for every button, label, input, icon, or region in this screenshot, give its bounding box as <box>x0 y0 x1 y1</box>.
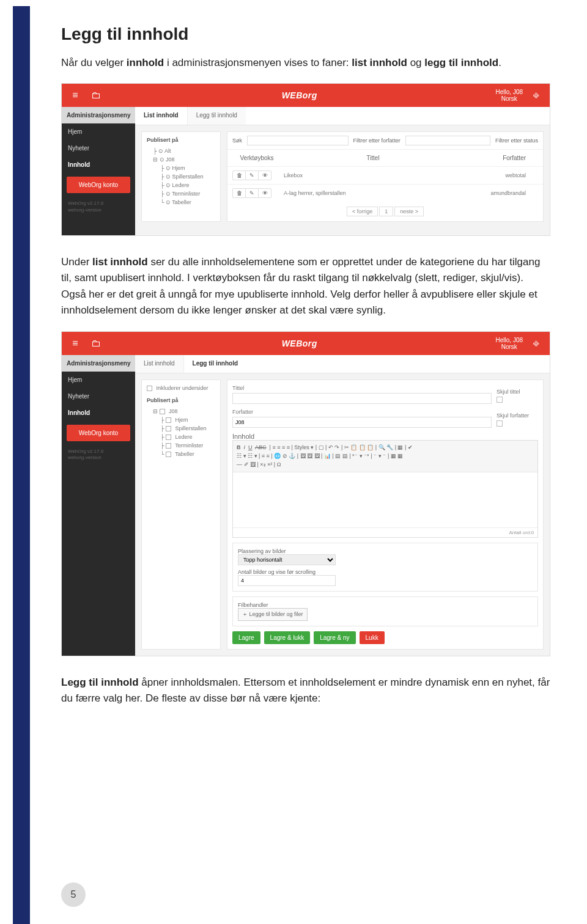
tree-node-spillerstallen[interactable]: ├ ⊙ Spillerstallen <box>147 172 215 181</box>
cancel-button[interactable]: Lukk <box>360 631 385 644</box>
row-title: A-lag herrer, spillerstallen <box>271 190 465 196</box>
sidebar-item-nyheter[interactable]: Nyheter <box>62 388 135 405</box>
delete-icon[interactable]: 🗑 <box>233 189 245 197</box>
search-input[interactable] <box>247 136 349 145</box>
hamburger-icon[interactable]: ≡ <box>68 88 83 103</box>
include-subpages-label: Inkluderer undersider <box>157 385 209 391</box>
intro-paragraph: Når du velger innhold i administrasjonsm… <box>61 55 550 71</box>
doc-accent-bar <box>13 6 30 924</box>
tab-legg-til-innhold[interactable]: Legg til innhold <box>187 107 246 125</box>
app-topbar: ≡ 🗀 WEBorg Hello, J08Norsk ⎆ <box>62 332 550 355</box>
title-input[interactable] <box>232 393 492 404</box>
admin-sidebar: Administrasjonsmeny Hjem Nyheter Innhold… <box>62 107 135 235</box>
author-input[interactable] <box>232 417 492 428</box>
hide-title-label: Skjul tittel <box>497 389 538 395</box>
placement-select[interactable]: Topp horisontalt <box>238 554 336 565</box>
pager-next[interactable]: neste > <box>394 207 424 216</box>
sidebar-version: WebOrg v2.17.0weborg-version <box>62 197 135 217</box>
tab-list-innhold[interactable]: List innhold <box>135 355 183 373</box>
tree-node-ledere[interactable]: ├ ⊙ Ledere <box>147 181 215 189</box>
screenshot-legg-til-innhold: ≡ 🗀 WEBorg Hello, J08Norsk ⎆ Administras… <box>61 331 550 656</box>
col-author: Forfatter <box>465 155 538 161</box>
row-tools: 🗑 ✎ 👁 <box>232 188 271 198</box>
sidebar-header: Administrasjonsmeny <box>62 355 135 372</box>
tab-legg-til-innhold[interactable]: Legg til innhold <box>183 355 246 373</box>
tree-node-alt[interactable]: ├ ⊙ Alt <box>147 147 215 155</box>
content-list: Søk Filtrer etter forfatter Filtrer ette… <box>227 131 544 222</box>
add-files-button[interactable]: ＋ Legge til bilder og filer <box>238 608 308 621</box>
doc-left-margin <box>0 0 43 924</box>
tree-node-terminlister[interactable]: ├ ⊙ Terminlister <box>147 189 215 198</box>
tree-node-tabeller[interactable]: └ Tabeller <box>147 450 215 458</box>
edit-icon[interactable]: ✎ <box>245 171 258 180</box>
sidebar-item-innhold[interactable]: Innhold <box>62 156 135 173</box>
category-tree: Publisert på ├ ⊙ Alt ⊟ ⊙ J08 ├ ⊙ Hjem ├ … <box>141 131 221 222</box>
app-topbar: ≡ 🗀 WEBorg Hello, J08Norsk ⎆ <box>62 84 550 107</box>
app-logo: WEBorg <box>109 339 490 348</box>
closing-paragraph: Legg til innhold åpner innholdsmalen. Et… <box>61 675 550 707</box>
tree-node-root[interactable]: ⊟ ⊙ J08 <box>147 155 215 164</box>
pager-page: 1 <box>379 207 393 216</box>
sidebar-konto-button[interactable]: WebOrg konto <box>67 425 130 441</box>
image-count-input[interactable] <box>238 575 336 586</box>
content-tabs: List innhold Legg til innhold <box>135 355 550 373</box>
sidebar-item-nyheter[interactable]: Nyheter <box>62 140 135 156</box>
editor-body[interactable] <box>233 472 537 527</box>
include-subpages-checkbox[interactable] <box>147 386 152 391</box>
content-tabs: List innhold Legg til innhold <box>135 107 550 125</box>
sidebar-item-hjem[interactable]: Hjem <box>62 123 135 140</box>
logout-icon[interactable]: ⎆ <box>529 88 544 103</box>
middle-paragraph: Under list innhold ser du alle innholdse… <box>61 254 550 318</box>
col-title: Tittel <box>281 155 465 161</box>
content-form: Tittel Skjul tittel Forfatte <box>227 380 544 650</box>
col-toolbox: Verktøyboks <box>232 155 281 161</box>
folder-icon[interactable]: 🗀 <box>89 336 103 351</box>
hamburger-icon[interactable]: ≡ <box>68 336 83 351</box>
tree-node-ledere[interactable]: ├ Ledere <box>147 433 215 441</box>
greeting: Hello, J08Norsk <box>496 337 523 350</box>
row-author: amundbrandal <box>465 190 538 196</box>
pager-prev[interactable]: < forrige <box>347 207 378 216</box>
tree-node-root[interactable]: ⊟ J08 <box>147 407 215 416</box>
sidebar-item-hjem[interactable]: Hjem <box>62 372 135 388</box>
logout-icon[interactable]: ⎆ <box>529 336 544 351</box>
tree-node-terminlister[interactable]: ├ Terminlister <box>147 441 215 450</box>
tab-list-innhold[interactable]: List innhold <box>135 107 187 125</box>
filter-author-input[interactable] <box>405 136 490 145</box>
image-placement-section: Plassering av bilder Topp horisontalt An… <box>232 543 538 592</box>
filemanager-label: Filbehandler <box>238 602 533 608</box>
editor-wordcount: Antall ord:0 <box>233 527 537 537</box>
category-tree: Inkluderer undersider Publisert på ⊟ J08… <box>141 380 221 650</box>
sidebar-konto-button[interactable]: WebOrg konto <box>67 177 130 193</box>
hide-title-checkbox[interactable] <box>497 397 503 403</box>
visibility-icon[interactable]: 👁 <box>258 189 271 197</box>
app-logo: WEBorg <box>109 90 490 100</box>
edit-icon[interactable]: ✎ <box>245 189 258 197</box>
placement-label: Plassering av bilder <box>238 548 533 554</box>
delete-icon[interactable]: 🗑 <box>233 171 245 180</box>
filter-sok-label: Søk <box>232 138 242 144</box>
tree-node-hjem[interactable]: ├ ⊙ Hjem <box>147 164 215 172</box>
image-count-label: Antall bilder og vise før scrolling <box>238 569 533 575</box>
save-button[interactable]: Lagre <box>232 631 260 644</box>
tree-node-hjem[interactable]: ├ Hjem <box>147 416 215 424</box>
save-new-button[interactable]: Lagre & ny <box>314 631 355 644</box>
pager: < forrige1neste > <box>227 202 543 221</box>
screenshot-list-innhold: ≡ 🗀 WEBorg Hello, J08Norsk ⎆ Administras… <box>61 83 550 236</box>
field-title-label: Tittel <box>232 385 492 391</box>
table-row: 🗑 ✎ 👁 Likebox webtotal <box>227 166 543 184</box>
sidebar-version: WebOrg v2.17.0weborg-version <box>62 445 135 465</box>
hide-author-label: Skjul forfatter <box>497 413 538 419</box>
tree-node-tabeller[interactable]: └ ⊙ Tabeller <box>147 198 215 207</box>
file-manager-section: Filbehandler ＋ Legge til bilder og filer <box>232 596 538 626</box>
folder-icon[interactable]: 🗀 <box>89 88 103 103</box>
hide-author-checkbox[interactable] <box>497 420 503 427</box>
sidebar-item-innhold[interactable]: Innhold <box>62 405 135 421</box>
tree-node-spillerstallen[interactable]: ├ Spillerstallen <box>147 424 215 433</box>
save-close-button[interactable]: Lagre & lukk <box>264 631 311 644</box>
editor-toolbar: B I U ABC | ≡ ≡ ≡ ≡ | Styles ▾ | ▢ | ↶ ↷… <box>233 441 537 472</box>
visibility-icon[interactable]: 👁 <box>258 171 271 180</box>
filter-author-label: Filtrer etter forfatter <box>353 138 401 144</box>
rich-editor[interactable]: B I U ABC | ≡ ≡ ≡ ≡ | Styles ▾ | ▢ | ↶ ↷… <box>232 440 538 538</box>
admin-sidebar: Administrasjonsmeny Hjem Nyheter Innhold… <box>62 355 135 656</box>
